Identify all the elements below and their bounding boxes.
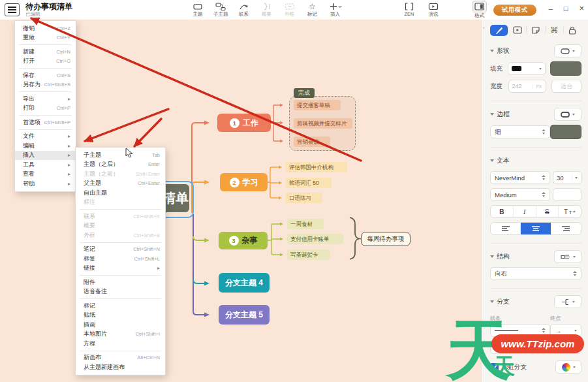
panel-collapse-icon[interactable]: ‹ [483, 25, 485, 31]
submenu-item-topic-after[interactable]: 主题（之后）Enter [76, 160, 165, 170]
toolbar-format-button[interactable]: 格式 [472, 1, 487, 19]
tab-style[interactable] [490, 25, 508, 36]
fill-color-swatch[interactable] [550, 61, 581, 76]
font-family-stepper[interactable]: NeverMind [490, 171, 550, 184]
fit-button[interactable]: 适合 [551, 80, 581, 93]
border-thickness-stepper[interactable]: 细 [490, 125, 550, 138]
task-node[interactable]: 剪辑视频并提交样片 [294, 118, 352, 129]
structure-dropdown[interactable] [554, 250, 581, 263]
task-node[interactable]: 一周食材 [287, 219, 324, 229]
task-node[interactable]: 支付信用卡账单 [287, 234, 343, 244]
tab-protect[interactable] [564, 25, 581, 36]
submenu-item-relationship[interactable]: 联系Ctrl+Shift+R [76, 212, 165, 221]
toolbar-relationship-button[interactable]: 联系 [237, 1, 251, 18]
maximize-button[interactable]: □ [564, 2, 568, 15]
submenu-item-callout[interactable]: 标注 [76, 198, 165, 208]
menu-item-tools[interactable]: 工具▸ [15, 160, 76, 170]
trial-mode-badge[interactable]: 试用模式 [493, 5, 536, 16]
menu-item-save[interactable]: 保存Ctrl+S [15, 71, 76, 80]
border-style-dropdown[interactable] [554, 108, 581, 121]
submenu-item-sticker[interactable]: 贴纸 [76, 311, 165, 321]
toolbar-insert-button[interactable]: 插入 [328, 1, 343, 18]
menu-item-print[interactable]: 打印Ctrl+P [15, 104, 76, 114]
direction-stepper[interactable]: 向右 [490, 267, 581, 280]
text-color-swatch[interactable] [553, 188, 581, 201]
menu-item-preferences[interactable]: 首选项Ctrl+Shift+P [15, 118, 76, 127]
submenu-item-label[interactable]: 标签Ctrl+Shift+L [76, 254, 165, 264]
shape-dropdown[interactable] [554, 44, 581, 57]
align-right-button[interactable] [551, 223, 581, 234]
submenu-item-boundary[interactable]: 外框Ctrl+Shift+B [76, 231, 165, 240]
submenu-item-illustration[interactable]: 插画 [76, 320, 165, 330]
align-center-button[interactable] [520, 223, 550, 234]
italic-button[interactable]: I [513, 206, 536, 217]
toolbar-summary-button[interactable]: 概要 [260, 1, 274, 18]
align-left-button[interactable] [491, 223, 520, 234]
tab-media[interactable] [508, 25, 526, 36]
branch-topic-chores[interactable]: 3 杂事 [219, 232, 268, 249]
fill-color-select[interactable] [508, 62, 546, 75]
branch-topic-work[interactable]: 1 工作 [217, 114, 271, 132]
branch-topic-5[interactable]: 分支主题 5 [219, 305, 270, 325]
task-node[interactable]: 评估韩国中介机构 [286, 162, 347, 172]
branch-style-dropdown[interactable] [554, 295, 581, 308]
submenu-item-new-canvas[interactable]: 新画布Alt+Ctrl+N [76, 353, 165, 363]
close-button[interactable]: × [579, 2, 584, 15]
rainbow-color-dropdown[interactable] [555, 360, 581, 374]
toolbar-marker-button[interactable]: ☆ 标记 [305, 1, 320, 18]
submenu-item-subtopic[interactable]: 子主题Tab [76, 150, 165, 160]
tab-shortcuts[interactable]: ⌘ [546, 25, 563, 36]
submenu-item-attachment[interactable]: 附件 [76, 278, 165, 287]
strikethrough-button[interactable]: S [536, 206, 559, 217]
branch-topic-4[interactable]: 分支主题 4 [219, 273, 270, 293]
toolbar-zen-button[interactable]: ZEN [402, 1, 416, 18]
submenu-item-local-image[interactable]: 本地图片Ctrl+Shift+I [76, 330, 165, 340]
toolbar-present-button[interactable]: 演说 [426, 1, 441, 18]
task-node[interactable]: 写圣诞贺卡 [287, 249, 330, 260]
menu-item-file[interactable]: 文件▸ [15, 132, 76, 142]
submenu-item-equation[interactable]: 方程 [76, 339, 165, 349]
branch-topic-study[interactable]: 2 学习 [220, 173, 268, 191]
minimize-button[interactable]: – [549, 2, 553, 15]
task-node[interactable]: 口语练习 [286, 193, 322, 203]
arrow-end-dropdown[interactable]: → [550, 324, 581, 337]
rainbow-checkbox[interactable] [490, 363, 499, 372]
toolbar-boundary-button[interactable]: 外框 [283, 1, 297, 18]
menu-item-redo[interactable]: 重做Ctrl+Y [15, 33, 76, 43]
text-case-button[interactable]: TT [558, 206, 581, 217]
toolbar-topic-button[interactable]: 主题 [191, 1, 205, 18]
submenu-item-parent-topic[interactable]: 父主题Ctrl+Enter [76, 179, 165, 189]
submenu-item-canvas-from-topic[interactable]: 从主题新建画布 [76, 362, 165, 372]
menu-item-help[interactable]: 帮助▸ [15, 179, 76, 189]
menu-item-save-as[interactable]: 另存为Ctrl+Shift+S [15, 80, 76, 90]
submenu-item-summary[interactable]: 概要 [76, 221, 165, 231]
menu-item-undo[interactable]: 撤销Ctrl+Z [15, 24, 76, 33]
submenu-item-audio-note[interactable]: 语音备注 [76, 287, 165, 297]
branch-width-stepper[interactable]: 中等 [490, 341, 581, 354]
border-color-swatch[interactable] [550, 125, 581, 139]
submenu-item-link[interactable]: 链接▸ [76, 264, 165, 274]
hamburger-menu-button[interactable] [5, 3, 20, 16]
font-weight-stepper[interactable]: Medium [490, 188, 550, 201]
tab-sticker[interactable] [527, 25, 544, 36]
menu-item-view[interactable]: 查看▸ [15, 170, 76, 180]
submenu-item-marker[interactable]: 标记 [76, 301, 165, 311]
bold-button[interactable]: B [491, 206, 513, 217]
boundary-tag[interactable]: 完成 [294, 88, 315, 98]
menu-item-edit[interactable]: 编辑▸ [15, 141, 76, 151]
menu-item-new[interactable]: 新建Ctrl+N [15, 47, 76, 57]
font-size-dropdown[interactable]: 30 [553, 171, 581, 184]
task-node[interactable]: 营销会议 [294, 136, 330, 147]
toolbar-subtopic-button[interactable]: 子主题 [213, 1, 228, 18]
line-style-stepper[interactable] [490, 324, 550, 337]
menu-item-open[interactable]: 打开Ctrl+O [15, 57, 76, 67]
menu-item-insert[interactable]: 插入▸ [15, 151, 76, 161]
task-node[interactable]: 韩语词汇 50 [286, 178, 332, 188]
submenu-item-note[interactable]: 笔记Ctrl+Shift+N [76, 245, 165, 255]
submenu-item-topic-before[interactable]: 主题（之前）Shift+Enter [76, 169, 165, 179]
summary-topic[interactable]: 每周待办事项 [361, 232, 410, 246]
submenu-item-floating-topic[interactable]: 自由主题 [76, 188, 165, 198]
menu-item-export[interactable]: 导出▸ [15, 94, 76, 104]
task-node[interactable]: 提交播客草稿 [294, 100, 341, 110]
width-input[interactable]: 242PX [508, 80, 546, 93]
